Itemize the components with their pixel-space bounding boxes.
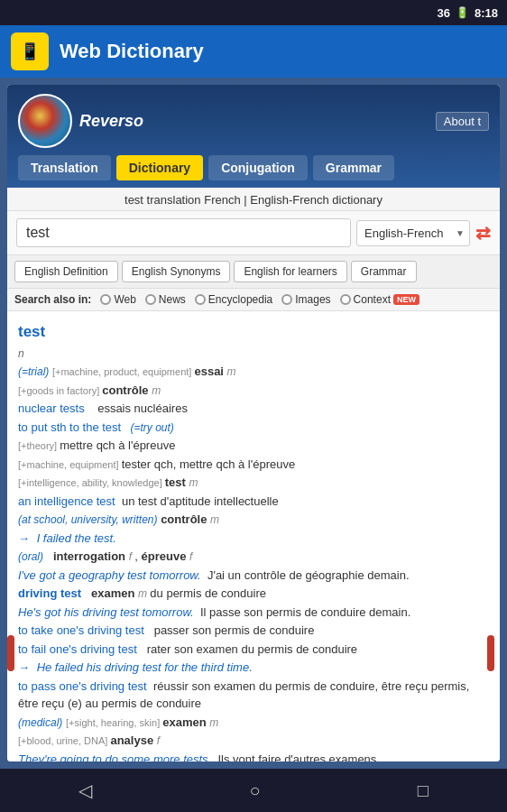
lang-select-wrap: English-French French-English English-Sp… [356,220,470,246]
sense-factory: [+goods in factory] contrôle m [18,382,489,400]
search-context[interactable]: Context NEW [340,293,419,306]
radio-context-icon [340,294,351,305]
tab-conjugation[interactable]: Conjugation [208,155,308,180]
search-news-label: News [159,293,186,306]
app-title: Web Dictionary [60,40,204,63]
search-context-label: Context [354,293,391,306]
dict-content[interactable]: test n (=trial) [+machine, product, equi… [7,311,500,761]
driving-example: He's got his driving test tomorrow. Il p… [18,604,489,622]
new-badge: NEW [393,294,419,305]
phrase-nuclear: nuclear tests essais nucléaires [18,400,489,418]
intelligence-test-line: an intelligence test un test d'aptitude … [18,493,489,511]
app-bar: 📱 Web Dictionary [0,25,507,78]
school-line: (at school, university, written) contrôl… [18,511,489,529]
machine-line: [+machine, equipment] tester qch, mettre… [18,456,489,474]
filter-english-learners[interactable]: English for learners [234,261,346,282]
more-tests-example: They're going to do some more tests. Ils… [18,751,489,762]
entry-section: test n (=trial) [+machine, product, equi… [18,320,489,761]
geography-example: I've got a geography test tomorrow. J'ai… [18,567,489,585]
search-also-bar: Search also in: Web News Encyclopedia Im… [7,289,500,311]
fail-driving-line: to fail one's driving test rater son exa… [18,641,489,659]
reverso-header: Reverso About t Translation Dictionary C… [7,85,500,188]
entry-word: test [18,323,45,340]
arrow-icon: → [18,531,30,545]
radio-images-icon [281,294,292,305]
reverso-top: Reverso About t [18,94,489,148]
blood-urine-line: [+blood, urine, DNA] analyse f [18,732,489,750]
filter-english-definition[interactable]: English Definition [14,261,118,282]
main-content: Reverso About t Translation Dictionary C… [0,78,507,769]
filter-english-synonyms[interactable]: English Synonyms [122,261,231,282]
driving-test-line: driving test examen m du permis de condu… [18,585,489,603]
tab-grammar[interactable]: Grammar [313,155,394,180]
recent-apps-button[interactable]: □ [400,773,447,808]
pos-line: n [18,345,489,363]
clock: 8:18 [475,6,498,20]
back-button[interactable]: ◁ [60,772,110,808]
scroll-indicator-left [7,635,14,671]
tab-dictionary[interactable]: Dictionary [116,155,203,180]
subtitle-text2: English-French dictionary [250,193,383,207]
search-images-label: Images [295,293,330,306]
lang-select[interactable]: English-French French-English English-Sp… [356,220,470,246]
about-button[interactable]: About t [436,112,489,131]
inner-card: Reverso About t Translation Dictionary C… [7,85,500,761]
intelligence-line: [+intelligence, ability, knowledge] test… [18,474,489,492]
theory-line: [+theory] mettre qch à l'épreuve [18,437,489,455]
status-bar: 36 🔋 8:18 [0,0,507,25]
bottom-nav: ◁ ○ □ [0,769,507,812]
filter-tabs: English Definition English Synonyms Engl… [7,255,500,289]
search-also-label: Search also in: [14,293,91,306]
app-icon: 📱 [11,32,49,70]
signal-strength: 36 [438,6,450,20]
failed-test-arrow: → I failed the test. [18,530,489,548]
pass-driving-line: to pass one's driving test réussir son e… [18,678,489,713]
search-web[interactable]: Web [100,293,135,306]
subtitle-text1: test translation French [124,193,241,207]
subtitle-bar: test translation French | English-French… [7,188,500,211]
medical-line: (medical) [+sight, hearing, skin] examen… [18,714,489,732]
search-encyclopedia[interactable]: Encyclopedia [195,293,272,306]
battery-icon: 🔋 [456,6,469,19]
reverso-logo: Reverso [18,94,143,148]
phrase-put-test: to put sth to the test (=try out) [18,419,489,437]
search-news[interactable]: News [145,293,186,306]
radio-news-icon [145,294,156,305]
search-bar: English-French French-English English-Sp… [7,211,500,255]
scroll-indicator-right [487,635,494,671]
radio-encyclopedia-icon [195,294,206,305]
failed-driving-arrow: → He failed his driving test for the thi… [18,659,489,677]
radio-web-icon [100,294,111,305]
reverso-brand: Reverso [79,112,143,131]
filter-grammar[interactable]: Grammar [351,261,417,282]
reverso-globe-icon [18,94,72,148]
oral-line: (oral) interrogation f , épreuve f [18,548,489,566]
arrow-icon-2: → [18,660,30,674]
search-web-label: Web [114,293,135,306]
take-driving-line: to take one's driving test passer son pe… [18,622,489,640]
search-encyclopedia-label: Encyclopedia [208,293,272,306]
sense-trial: (=trial) [+machine, product, equipment] … [18,363,489,381]
swap-button[interactable]: ⇄ [475,222,491,244]
search-input[interactable] [16,218,351,247]
search-images[interactable]: Images [281,293,330,306]
nav-tabs: Translation Dictionary Conjugation Gramm… [18,155,489,180]
home-button[interactable]: ○ [231,773,278,808]
tab-translation[interactable]: Translation [18,155,111,180]
